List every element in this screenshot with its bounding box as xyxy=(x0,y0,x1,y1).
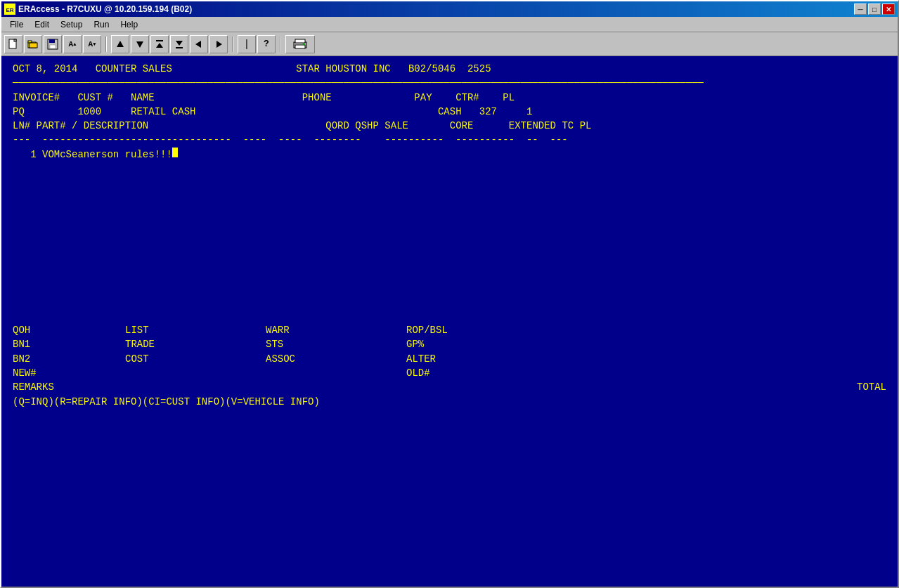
col-qord-label: QORD xyxy=(325,119,355,133)
pay-value: CASH xyxy=(438,105,479,119)
footer-row3: BN2 COST ASSOC ALTER xyxy=(1,352,898,366)
footer-alter: ALTER xyxy=(406,352,436,366)
footer-qoh: QOH xyxy=(13,323,125,337)
col-header-row2: LN# PART# / DESCRIPTION QORD QSHP SALE C… xyxy=(1,119,898,133)
toolbar-top[interactable] xyxy=(150,35,169,53)
toolbar-up[interactable] xyxy=(111,35,129,53)
cursor xyxy=(172,148,178,157)
terminal-container: OCT 8, 2014 COUNTER SALES STAR HOUSTON I… xyxy=(1,56,898,587)
footer-total: TOTAL xyxy=(857,380,886,394)
toolbar-pipe[interactable]: | xyxy=(238,35,256,53)
svg-point-21 xyxy=(303,43,305,45)
col-desc-label: DESCRIPTION xyxy=(84,119,325,133)
title-bar: ER ERAccess - R7CUXU @ 10.20.159.194 (B0… xyxy=(1,1,898,17)
col-pl2-label: PL xyxy=(580,119,592,133)
svg-rect-8 xyxy=(49,39,55,43)
header-number: 2525 xyxy=(467,62,491,76)
footer-old: OLD# xyxy=(406,366,430,380)
svg-rect-20 xyxy=(295,45,305,48)
header-branch: B02/5046 xyxy=(408,62,455,76)
footer-bn1: BN1 xyxy=(13,337,125,351)
header-company: STAR HOUSTON INC xyxy=(296,62,390,76)
title-bar-controls: ─ □ ✕ xyxy=(854,4,895,15)
data-divider: --- -------------------------------- ---… xyxy=(1,133,898,147)
footer-warr: WARR xyxy=(266,323,406,337)
footer-bn2: BN2 xyxy=(13,352,125,366)
svg-text:ER: ER xyxy=(6,7,13,13)
col-phone-label: PHONE xyxy=(302,91,415,105)
footer-new-blank xyxy=(125,366,266,380)
menu-file[interactable]: File xyxy=(4,18,29,31)
toolbar-next[interactable] xyxy=(209,35,228,53)
header-row: OCT 8, 2014 COUNTER SALES STAR HOUSTON I… xyxy=(1,62,898,76)
toolbar-save[interactable] xyxy=(44,35,62,53)
footer-list: LIST xyxy=(125,323,266,337)
title-bar-left: ER ERAccess - R7CUXU @ 10.20.159.194 (B0… xyxy=(4,4,192,15)
col-part-label: PART# / xyxy=(37,119,84,133)
footer-sts: STS xyxy=(266,337,406,351)
footer-remarks-blank xyxy=(125,380,857,394)
toolbar-sep-1 xyxy=(105,37,107,52)
svg-rect-19 xyxy=(295,39,305,43)
footer-row5: REMARKS TOTAL xyxy=(1,380,898,394)
footer-row2: BN1 TRADE STS GP% xyxy=(1,337,898,351)
toolbar-prev[interactable] xyxy=(190,35,208,53)
close-button[interactable]: ✕ xyxy=(882,4,895,15)
maximize-button[interactable]: □ xyxy=(868,4,881,15)
ctr-value: 327 xyxy=(479,105,526,119)
toolbar-font-smaller[interactable]: A▼ xyxy=(83,35,101,53)
footer-trade: TRADE xyxy=(125,337,266,351)
menu-run[interactable]: Run xyxy=(88,18,115,31)
menu-edit[interactable]: Edit xyxy=(29,18,55,31)
col-qshp-label: QSHP xyxy=(355,119,384,133)
divider-top: ────────────────────────────────────────… xyxy=(1,76,898,90)
col-ln-label: LN# xyxy=(13,119,37,133)
entry-value[interactable]: VOMcSeanerson rules!!! xyxy=(42,148,172,162)
svg-rect-6 xyxy=(30,43,37,48)
col-sale-label: SALE xyxy=(384,119,438,133)
minimize-button[interactable]: ─ xyxy=(854,4,867,15)
col-pl-label: PL xyxy=(503,91,515,105)
cust-value: 1000 xyxy=(77,105,131,119)
toolbar-new[interactable] xyxy=(4,35,22,53)
toolbar-bottom[interactable] xyxy=(170,35,188,53)
toolbar-print[interactable] xyxy=(285,35,315,53)
toolbar-down[interactable] xyxy=(131,35,149,53)
phone-value xyxy=(314,105,438,119)
col-ctr-label: CTR# xyxy=(455,91,503,105)
header-title: COUNTER SALES xyxy=(96,62,172,76)
menu-setup[interactable]: Setup xyxy=(55,18,88,31)
col-core-label: CORE xyxy=(438,119,509,133)
svg-marker-10 xyxy=(117,41,124,47)
window-title: ERAccess - R7CUXU @ 10.20.159.194 (B02) xyxy=(18,4,192,14)
data-row1: PQ 1000 RETAIL CASH CASH 327 1 xyxy=(1,105,898,119)
col-cust-label: CUST # xyxy=(77,91,131,105)
menu-bar: File Edit Setup Run Help xyxy=(1,17,898,32)
footer-rop: ROP/BSL xyxy=(406,323,448,337)
header-date: OCT 8, 2014 xyxy=(13,62,77,76)
footer-cost: COST xyxy=(125,352,266,366)
col-tc-label: TC xyxy=(562,119,579,133)
footer-row1: QOH LIST WARR ROP/BSL xyxy=(1,323,898,337)
footer-remarks: REMARKS xyxy=(13,380,125,394)
toolbar-font-larger[interactable]: A▲ xyxy=(63,35,82,53)
spacer xyxy=(1,162,898,323)
entry-row[interactable]: 1 VOMcSeanerson rules!!! xyxy=(1,148,898,162)
col-name-label: NAME xyxy=(131,91,302,105)
toolbar-open[interactable] xyxy=(24,35,42,53)
app-icon: ER xyxy=(4,4,15,15)
svg-rect-3 xyxy=(14,39,16,41)
col-extended-label: EXTENDED xyxy=(509,119,562,133)
footer-row4: NEW# OLD# xyxy=(1,366,898,380)
pl-value: 1 xyxy=(526,105,532,119)
footer-assoc: ASSOC xyxy=(266,352,406,366)
toolbar: A▲ A▼ | ? xyxy=(1,32,898,56)
svg-marker-13 xyxy=(156,43,163,48)
menu-help[interactable]: Help xyxy=(115,18,143,31)
col-invoice-label: INVOICE# xyxy=(13,91,77,105)
col-pay-label: PAY xyxy=(414,91,455,105)
invoice-value: PQ xyxy=(13,105,77,119)
footer-gp: GP% xyxy=(406,337,424,351)
toolbar-help[interactable]: ? xyxy=(257,35,276,53)
terminal[interactable]: OCT 8, 2014 COUNTER SALES STAR HOUSTON I… xyxy=(1,56,898,587)
